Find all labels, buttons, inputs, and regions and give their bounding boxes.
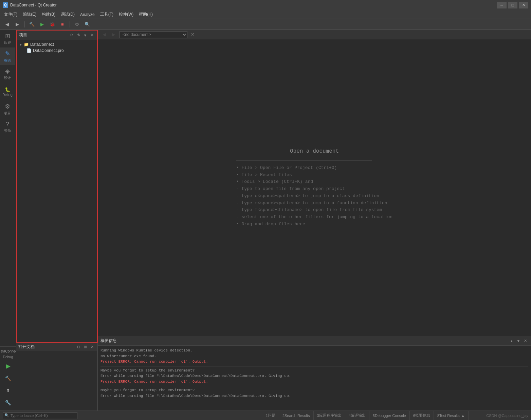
menubar: 文件(F) 编辑(E) 构建(B) 调试(D) Analyze 工具(T) 控件… xyxy=(0,10,531,19)
welcome-line-2: • Tools > Locate (Ctrl+K) and xyxy=(236,178,392,186)
tree-item-pro-label: DataConnect.pro xyxy=(33,48,64,53)
menu-build[interactable]: 构建(B) xyxy=(39,10,58,19)
status-right: CSDN @Cappuccino_jay xyxy=(486,414,528,418)
toolbar-stop-button[interactable]: ■ xyxy=(58,21,67,28)
tree-root-label: DataConnect xyxy=(30,42,54,47)
project-panel-filter[interactable]: ⚗ xyxy=(75,32,81,38)
menu-file[interactable]: 文件(F) xyxy=(1,10,20,19)
titlebar: Q DataConnect - Qt Creator ─ □ ✕ xyxy=(0,0,531,10)
project-panel-sync[interactable]: ⟳ xyxy=(69,32,75,38)
build-button[interactable]: 🔨 xyxy=(2,373,14,383)
deploy-button[interactable]: ⬆ xyxy=(2,385,14,396)
tree-item-pro[interactable]: 📄 DataConnect.pro xyxy=(17,47,97,54)
tab-search-label: Search Results xyxy=(285,414,310,418)
search-icon: 🔍 xyxy=(4,413,9,418)
project-panel-options[interactable]: ▼ xyxy=(82,32,88,38)
center-column: ◀ ▶ <no document> ✕ Open a document • Fi… xyxy=(98,30,531,411)
toolbar-run-button[interactable]: ▶ xyxy=(38,21,47,28)
main-toolbar: ◀ ▶ 🔨 ▶ 🐞 ■ ⚙ 🔍 xyxy=(0,19,531,30)
tab-debugger-console[interactable]: 5 Debugger Console xyxy=(369,411,410,420)
sidebar-design[interactable]: ◈ 设计 xyxy=(0,65,15,83)
tab-issues[interactable]: 1 问题 xyxy=(262,411,279,420)
welcome-title: Open a document xyxy=(236,147,392,156)
maximize-button[interactable]: □ xyxy=(508,2,517,8)
log-line-8: Maybe you forgot to setup the environmen… xyxy=(100,387,528,393)
toolbar-separator xyxy=(24,21,25,27)
welcome-line-1: • File > Recent Files xyxy=(236,172,392,179)
welcome-icon: ⊞ xyxy=(5,32,10,40)
menu-edit[interactable]: 编辑(E) xyxy=(20,10,39,19)
log-line-0: Running Windows Runtime device detection… xyxy=(100,348,528,354)
bottom-panel-close[interactable]: ✕ xyxy=(522,338,528,344)
bottom-panel: 概要信息 ▲ ▼ ✕ Running Windows Runtime devic… xyxy=(98,336,531,411)
run-controls: DataConnect Debug ▶ 🔨 ⬆ 🔧 xyxy=(0,346,16,411)
open-docs-panel: 打开文档 ⊟ ⊞ ✕ xyxy=(16,343,97,411)
window-title: DataConnect - Qt Creator xyxy=(10,3,497,7)
editor-toolbar: ◀ ▶ <no document> ✕ xyxy=(98,30,531,39)
toolbar-locator-button[interactable]: 🔍 xyxy=(83,21,92,28)
locate-input[interactable] xyxy=(11,414,61,418)
menu-help[interactable]: 帮助(H) xyxy=(136,10,155,19)
toolbar-build-button[interactable]: 🔨 xyxy=(28,21,36,28)
log-line-5: Error while parsing file F:\DataRec\Code… xyxy=(100,373,528,379)
editor-close-doc[interactable]: ✕ xyxy=(189,32,196,38)
run-button[interactable]: ▶ xyxy=(2,361,14,371)
editor-forward-button[interactable]: ▶ xyxy=(110,32,117,38)
status-left: 🔍 xyxy=(3,412,244,419)
menu-analyze[interactable]: Analyze xyxy=(77,10,97,19)
toolbar-kit-button[interactable]: ⚙ xyxy=(73,21,81,28)
menu-widgets[interactable]: 控件(W) xyxy=(116,10,136,19)
welcome-line-6: - type f<space><filename> to open file f… xyxy=(236,207,392,214)
welcome-line-0: • File > Open File or Project (Ctrl+O) xyxy=(236,165,392,172)
welcome-separator xyxy=(236,160,372,160)
stop-build-button[interactable]: 🔧 xyxy=(2,398,14,408)
welcome-line-7: - select one of the other filters for ju… xyxy=(236,214,392,221)
sidebar-help[interactable]: ? 帮助 xyxy=(0,118,15,136)
window-controls: ─ □ ✕ xyxy=(497,2,528,8)
sidebar-welcome[interactable]: ⊞ 欢迎 xyxy=(0,30,15,47)
project-panel: 项目 ⟳ ⚗ ▼ ✕ ▼ 📁 DataConnect xyxy=(16,30,98,343)
menu-debug[interactable]: 调试(D) xyxy=(58,10,77,19)
doc-selector[interactable]: <no document> xyxy=(120,31,187,38)
editor-back-button[interactable]: ◀ xyxy=(100,32,108,38)
open-docs-split-h[interactable]: ⊞ xyxy=(82,344,88,350)
tree-arrow-root: ▼ xyxy=(19,43,22,46)
toolbar-debug-button[interactable]: 🐞 xyxy=(48,21,57,28)
minimize-button[interactable]: ─ xyxy=(497,2,507,8)
bottom-panel-header: 概要信息 ▲ ▼ ✕ xyxy=(98,336,531,346)
bottom-panel-title: 概要信息 xyxy=(100,338,117,344)
toolbar-back-button[interactable]: ◀ xyxy=(3,21,12,28)
tab-test-results[interactable]: 8 Test Results ▲ xyxy=(434,411,469,420)
dataconnect-label: DataConnect xyxy=(0,349,18,353)
open-docs-close[interactable]: ✕ xyxy=(89,344,95,350)
project-panel-close[interactable]: ✕ xyxy=(89,32,95,38)
tab-search-results[interactable]: 2 Search Results xyxy=(279,411,314,420)
tree-root[interactable]: ▼ 📁 DataConnect xyxy=(17,41,97,47)
toolbar-separator-2 xyxy=(70,21,70,27)
tab-summary[interactable]: 6 概要信息 xyxy=(410,411,434,420)
toolbar-forward-button[interactable]: ▶ xyxy=(13,21,22,28)
debug-icon: 🐛 xyxy=(5,87,11,92)
welcome-line-4: - type c<space><pattern> to jump to a cl… xyxy=(236,193,392,200)
log-separator-2 xyxy=(100,386,528,386)
open-docs-split-v[interactable]: ⊟ xyxy=(75,344,81,350)
tab-compile-output[interactable]: 4 编译输出 xyxy=(345,411,369,420)
sidebar-edit[interactable]: ✎ 编辑 xyxy=(0,47,15,65)
status-tabs: 1 问题 2 Search Results 3 应用程序输出 4 编译输出 5 … xyxy=(244,411,486,420)
welcome-line-3: - type to open file from any open projec… xyxy=(236,186,392,193)
close-button[interactable]: ✕ xyxy=(519,2,528,8)
log-line-1: No winrtrunner.exe found. xyxy=(100,354,528,359)
bottom-panel-nav-up[interactable]: ▲ xyxy=(509,338,515,344)
app-wrapper: Q DataConnect - Qt Creator ─ □ ✕ 文件(F) 编… xyxy=(0,0,531,420)
sidebar-projects[interactable]: ⚙ 项目 xyxy=(0,100,15,118)
project-tree: ▼ 📁 DataConnect 📄 DataConnect.pro xyxy=(17,40,97,342)
sidebar-debug[interactable]: 🐛 Debug xyxy=(0,83,15,100)
tab-app-output[interactable]: 3 应用程序输出 xyxy=(314,411,345,420)
edit-icon: ✎ xyxy=(5,50,10,57)
menu-tools[interactable]: 工具(T) xyxy=(97,10,116,19)
folder-icon: 📁 xyxy=(24,42,29,47)
app-icon: Q xyxy=(3,2,8,8)
welcome-line-5: - type m<space><pattern> to jump to a fu… xyxy=(236,200,392,207)
run-mode-label: Debug xyxy=(3,355,13,359)
bottom-panel-nav-down[interactable]: ▼ xyxy=(515,338,521,344)
